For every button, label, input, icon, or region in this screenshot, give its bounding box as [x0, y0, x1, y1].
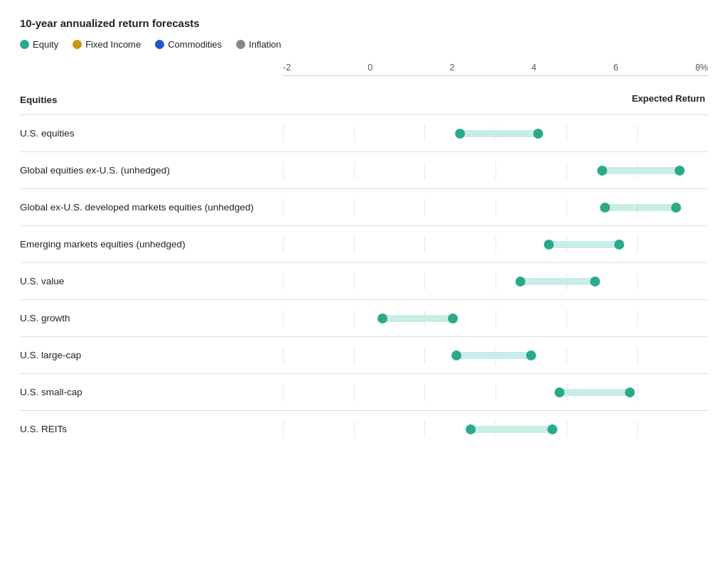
grid-line	[567, 347, 567, 364]
row-label: Global ex-U.S. developed markets equitie…	[20, 202, 283, 213]
bar-container	[283, 310, 708, 327]
legend-item-commodities: Commodities	[155, 39, 222, 50]
legend-label: Fixed Income	[85, 39, 141, 50]
dot-right	[675, 166, 685, 176]
grid-line	[637, 273, 638, 290]
grid-line	[283, 384, 284, 401]
grid-line	[637, 347, 638, 364]
legend-dot-teal	[20, 40, 29, 49]
axis-label: 6	[614, 63, 619, 73]
range-bar	[605, 204, 676, 211]
dot-left	[455, 129, 465, 139]
grid-line	[354, 421, 355, 438]
grid-line	[424, 347, 425, 364]
chart-area: -202468% Equities Expected Return U.S. e…	[20, 63, 708, 447]
grid-line	[354, 384, 355, 401]
range-bar	[471, 426, 552, 433]
dot-right	[625, 387, 635, 397]
grid-line	[424, 125, 425, 142]
grid-line	[496, 199, 496, 216]
dot-left	[544, 240, 554, 250]
range-bar	[456, 352, 531, 359]
dot-right	[448, 314, 458, 323]
table-row: U.S. large-cap	[20, 336, 708, 373]
grid-line	[496, 236, 496, 253]
bar-container	[283, 236, 708, 253]
table-row: Global equities ex-U.S. (unhedged)	[20, 151, 708, 188]
grid-line	[637, 310, 638, 327]
range-bar	[382, 315, 454, 322]
legend-label: Inflation	[249, 39, 282, 50]
grid-line	[354, 162, 355, 179]
row-label: U.S. growth	[20, 313, 283, 323]
grid-line	[567, 162, 567, 179]
legend-item-fixed-income: Fixed Income	[73, 39, 141, 50]
legend-label: Equity	[33, 39, 58, 50]
grid-line	[354, 347, 355, 364]
grid-line	[567, 199, 567, 216]
row-label: U.S. value	[20, 276, 283, 286]
range-bar	[520, 278, 595, 285]
table-row: Emerging markets equities (unhedged)	[20, 225, 708, 262]
range-bar	[602, 167, 680, 174]
chart-title: 10-year annualized return forecasts	[20, 17, 708, 29]
dot-right	[671, 203, 681, 213]
row-label: Global equities ex-U.S. (unhedged)	[20, 165, 283, 176]
grid-line	[354, 199, 355, 216]
dot-left	[597, 166, 607, 176]
legend-dot-gray	[236, 40, 245, 49]
bar-container	[283, 199, 708, 216]
grid-line	[637, 125, 638, 142]
bar-container	[283, 125, 708, 142]
row-label: U.S. large-cap	[20, 350, 283, 360]
dot-right	[590, 277, 600, 286]
grid-line	[424, 162, 425, 179]
dot-left	[378, 314, 387, 323]
grid-line	[496, 273, 496, 290]
grid-line	[424, 199, 425, 216]
grid-line	[283, 162, 284, 179]
grid-line	[567, 421, 567, 438]
main-container: 10-year annualized return forecasts Equi…	[0, 0, 728, 464]
grid-line	[283, 310, 284, 327]
table-row: U.S. value	[20, 262, 708, 299]
dot-right	[547, 424, 557, 434]
axis-label: 4	[532, 63, 537, 73]
legend-dot-blue	[155, 40, 164, 49]
legend-label: Commodities	[168, 39, 222, 50]
grid-line	[283, 125, 284, 142]
grid-line	[424, 273, 425, 290]
row-label: U.S. REITs	[20, 424, 283, 434]
dot-right	[614, 240, 624, 250]
row-label: U.S. equities	[20, 128, 283, 139]
section-header-row: Equities Expected Return	[20, 77, 708, 114]
grid-line	[637, 421, 638, 438]
grid-line	[283, 273, 284, 290]
grid-line	[283, 421, 284, 438]
range-bar	[549, 241, 620, 248]
row-label: U.S. small-cap	[20, 387, 283, 397]
table-row: U.S. small-cap	[20, 373, 708, 410]
grid-line	[637, 384, 638, 401]
bar-container	[283, 421, 708, 438]
row-label: Emerging markets equities (unhedged)	[20, 239, 283, 250]
grid-line	[354, 236, 355, 253]
grid-line	[283, 236, 284, 253]
axis-label: 0	[368, 63, 373, 73]
axis-label: -2	[283, 63, 291, 73]
legend-dot-gold	[73, 40, 82, 49]
dot-left	[515, 277, 525, 286]
dot-left	[600, 203, 610, 213]
grid-line	[567, 310, 567, 327]
rows-container: U.S. equitiesGlobal equities ex-U.S. (un…	[20, 114, 708, 447]
grid-line	[283, 347, 284, 364]
axis-labels: -202468%	[283, 63, 708, 73]
axis-line	[283, 75, 708, 76]
dot-right	[526, 350, 536, 360]
axis-label: 2	[449, 63, 454, 73]
dot-right	[533, 129, 543, 139]
axis-label: 8%	[695, 63, 708, 73]
grid-line	[424, 384, 425, 401]
grid-line	[354, 125, 355, 142]
bar-container	[283, 347, 708, 364]
